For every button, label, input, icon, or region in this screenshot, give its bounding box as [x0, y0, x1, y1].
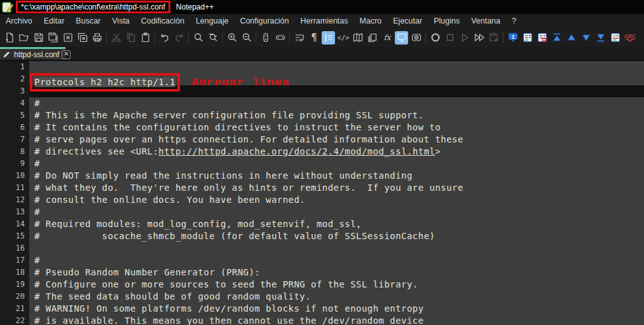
- line-number: 17: [0, 254, 29, 266]
- triangle-bottom-icon: [595, 32, 606, 43]
- line-text: #: [29, 158, 644, 170]
- new-file-button[interactable]: [3, 31, 16, 45]
- goto-previous-button[interactable]: [565, 31, 578, 45]
- zoom-out-button[interactable]: [240, 31, 253, 45]
- document-peek-button[interactable]: [409, 31, 423, 45]
- goto-first-button[interactable]: [550, 31, 563, 45]
- line-number: 19: [0, 279, 29, 291]
- menu-vista[interactable]: Vista: [106, 15, 135, 27]
- define-language-button[interactable]: [336, 31, 350, 45]
- stop-macro-button[interactable]: [443, 31, 456, 45]
- menu-codificacion[interactable]: Codificación: [135, 15, 190, 27]
- line-number: 1: [0, 61, 29, 73]
- triangle-down-icon: [580, 32, 592, 43]
- editor-line: 14# Required modules: mod_log_config, mo…: [0, 218, 644, 230]
- menu-editar[interactable]: Editar: [38, 15, 71, 27]
- tab-httpd-ssl-conf[interactable]: httpd-ssl.conf ✕: [0, 47, 65, 60]
- document-list-button[interactable]: [366, 31, 379, 45]
- menu-lenguaje[interactable]: Lenguaje: [190, 15, 234, 27]
- window-title-path: *c:\xampp\apache\conf\extra\httpd-ssl.co…: [16, 1, 170, 13]
- spell-check-button[interactable]: [623, 31, 636, 45]
- paste-button[interactable]: [139, 31, 152, 45]
- show-indent-guide-button[interactable]: [322, 31, 335, 45]
- bookmark-list-button[interactable]: [521, 31, 534, 45]
- monitoring-button[interactable]: [395, 31, 408, 45]
- code-tags-icon: [338, 32, 349, 43]
- line-text: #: [29, 97, 644, 109]
- line-number: 7: [0, 134, 29, 146]
- tab-label: httpd-ssl.conf: [14, 50, 59, 59]
- line-text: #: [29, 254, 644, 266]
- zoom-in-button[interactable]: [225, 31, 238, 45]
- menu-configuracion[interactable]: Configuración: [234, 15, 294, 27]
- save-button[interactable]: [32, 31, 45, 45]
- goto-next-button[interactable]: [579, 31, 593, 45]
- play-macro-button[interactable]: [458, 31, 471, 45]
- save-icon: [33, 32, 45, 43]
- line-text-prefix: # directives see <URL:: [34, 146, 158, 156]
- line-text: [29, 61, 644, 73]
- line-text: # Pseudo Random Number Generator (PRNG):: [29, 266, 644, 279]
- sync-horizontal-scroll-button[interactable]: [273, 31, 287, 45]
- sync-vertical-scroll-button[interactable]: [259, 31, 272, 45]
- editor-line: 19# Configure one or more sources to see…: [0, 279, 644, 291]
- menu-herramientas[interactable]: Herramientas: [295, 15, 354, 27]
- record-macro-button[interactable]: [428, 31, 442, 45]
- paste-icon: [140, 32, 151, 43]
- bookmark-list-icon: [522, 32, 533, 43]
- editor-area[interactable]: 1 2Protocols h2 h2c http/1.1Agregar line…: [0, 61, 644, 325]
- sync-vertical-scroll-icon: [260, 32, 271, 43]
- close-file-button[interactable]: [61, 31, 74, 45]
- line-number: 16: [0, 242, 29, 254]
- bookmark-clear-button[interactable]: [535, 31, 549, 45]
- line-number: 8: [0, 146, 29, 158]
- line-text: # The seed data should be of good random…: [29, 291, 644, 303]
- line-text: # serve pages over an https connection. …: [29, 134, 644, 146]
- menu-macro[interactable]: Macro: [354, 15, 388, 27]
- document-map-button[interactable]: [351, 31, 364, 45]
- word-wrap-icon: [294, 32, 305, 43]
- bookmark-toggle-button[interactable]: [506, 31, 519, 45]
- undo-button[interactable]: [158, 31, 171, 45]
- find-button[interactable]: [191, 31, 205, 45]
- zoom-out-icon: [241, 32, 252, 43]
- line-number: 4: [0, 97, 29, 109]
- close-all-button[interactable]: [76, 31, 89, 45]
- selected-text: Protocols h2 h2c http/1.1: [34, 77, 175, 87]
- editor-line: 8# directives see <URL:http://httpd.apac…: [0, 146, 644, 158]
- menu-buscar[interactable]: Buscar: [70, 15, 106, 27]
- line-text: # This is the Apache server configuratio…: [29, 109, 644, 121]
- menu-plugins[interactable]: Plugins: [428, 15, 465, 27]
- cut-icon: [111, 32, 122, 43]
- menu-ventana[interactable]: Ventana: [465, 15, 506, 27]
- function-list-button[interactable]: [380, 31, 394, 45]
- play-icon: [459, 32, 470, 43]
- zoom-in-icon: [226, 32, 238, 43]
- menu-ayuda[interactable]: ?: [506, 15, 522, 27]
- menu-archivo[interactable]: Archivo: [0, 15, 38, 27]
- print-button[interactable]: [90, 31, 104, 45]
- show-all-characters-button[interactable]: [307, 31, 320, 45]
- toolbar-separator: [256, 32, 256, 43]
- line-number: 15: [0, 230, 29, 242]
- cut-button[interactable]: [109, 31, 123, 45]
- replace-button[interactable]: [206, 31, 219, 45]
- run-macro-multiple-button[interactable]: [472, 31, 486, 45]
- save-macro-button[interactable]: [487, 31, 500, 45]
- doc-switcher-button[interactable]: [608, 31, 622, 45]
- save-all-button[interactable]: [46, 31, 60, 45]
- word-wrap-button[interactable]: [292, 31, 306, 45]
- goto-last-button[interactable]: [594, 31, 607, 45]
- save-macro-icon: [488, 32, 500, 43]
- copy-button[interactable]: [124, 31, 137, 45]
- editor-line: 4#: [0, 97, 644, 109]
- menu-ejecutar[interactable]: Ejecutar: [387, 15, 428, 27]
- window-title-app-name: Notepad++: [176, 3, 214, 11]
- tab-close-icon[interactable]: ✕: [62, 50, 71, 59]
- redo-button[interactable]: [172, 31, 186, 45]
- indent-guide-icon: [323, 32, 334, 43]
- line-text: Protocols h2 h2c http/1.1Agregar linea: [29, 73, 644, 85]
- hyperlink[interactable]: http://httpd.apache.org/docs/2.4/mod/mod…: [158, 146, 435, 156]
- document-map-icon: [352, 32, 364, 43]
- open-file-button[interactable]: [17, 31, 31, 45]
